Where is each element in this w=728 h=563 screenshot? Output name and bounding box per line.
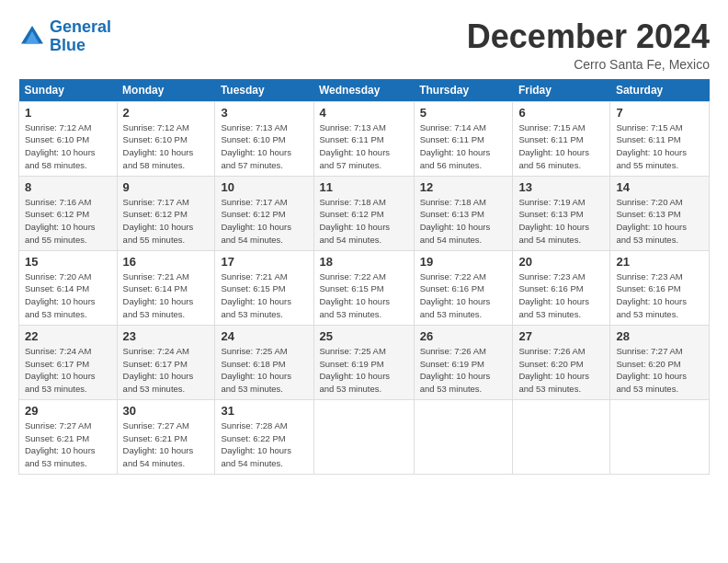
col-sunday: Sunday <box>19 79 118 102</box>
day-info: Sunrise: 7:16 AM Sunset: 6:12 PM Dayligh… <box>25 196 111 247</box>
day-number: 7 <box>616 106 703 120</box>
day-info: Sunrise: 7:18 AM Sunset: 6:13 PM Dayligh… <box>420 196 507 247</box>
calendar-table: Sunday Monday Tuesday Wednesday Thursday… <box>18 79 710 475</box>
calendar-cell: 12Sunrise: 7:18 AM Sunset: 6:13 PM Dayli… <box>414 176 513 250</box>
day-info: Sunrise: 7:26 AM Sunset: 6:20 PM Dayligh… <box>518 345 604 396</box>
header-row: Sunday Monday Tuesday Wednesday Thursday… <box>19 79 710 102</box>
col-wednesday: Wednesday <box>313 79 414 102</box>
page: General Blue December 2024 Cerro Santa F… <box>0 0 728 484</box>
day-info: Sunrise: 7:21 AM Sunset: 6:15 PM Dayligh… <box>221 270 307 321</box>
calendar-cell: 31Sunrise: 7:28 AM Sunset: 6:22 PM Dayli… <box>215 399 313 474</box>
day-number: 6 <box>518 106 604 120</box>
day-number: 22 <box>25 329 111 343</box>
day-number: 26 <box>420 329 507 343</box>
day-number: 21 <box>616 255 703 269</box>
calendar-cell: 20Sunrise: 7:23 AM Sunset: 6:16 PM Dayli… <box>513 250 610 325</box>
calendar-week-5: 29Sunrise: 7:27 AM Sunset: 6:21 PM Dayli… <box>19 399 710 474</box>
calendar-week-3: 15Sunrise: 7:20 AM Sunset: 6:14 PM Dayli… <box>19 250 710 325</box>
calendar-week-4: 22Sunrise: 7:24 AM Sunset: 6:17 PM Dayli… <box>19 325 710 399</box>
day-number: 2 <box>123 106 210 120</box>
day-number: 29 <box>25 404 111 418</box>
day-info: Sunrise: 7:23 AM Sunset: 6:16 PM Dayligh… <box>616 270 703 321</box>
day-number: 3 <box>221 106 307 120</box>
day-number: 20 <box>518 255 604 269</box>
col-tuesday: Tuesday <box>215 79 313 102</box>
calendar-cell: 16Sunrise: 7:21 AM Sunset: 6:14 PM Dayli… <box>117 250 215 325</box>
calendar-cell: 14Sunrise: 7:20 AM Sunset: 6:13 PM Dayli… <box>610 176 710 250</box>
calendar-cell: 27Sunrise: 7:26 AM Sunset: 6:20 PM Dayli… <box>513 325 610 399</box>
col-thursday: Thursday <box>414 79 513 102</box>
day-number: 10 <box>221 180 307 194</box>
calendar-cell: 30Sunrise: 7:27 AM Sunset: 6:21 PM Dayli… <box>117 399 215 474</box>
day-number: 1 <box>25 106 111 120</box>
day-info: Sunrise: 7:15 AM Sunset: 6:11 PM Dayligh… <box>616 121 703 172</box>
day-number: 25 <box>320 329 408 343</box>
day-info: Sunrise: 7:24 AM Sunset: 6:17 PM Dayligh… <box>123 345 210 396</box>
calendar-cell <box>414 399 513 474</box>
day-number: 4 <box>320 106 408 120</box>
day-number: 12 <box>420 180 507 194</box>
day-info: Sunrise: 7:22 AM Sunset: 6:16 PM Dayligh… <box>420 270 507 321</box>
day-number: 28 <box>616 329 703 343</box>
day-number: 9 <box>123 180 210 194</box>
day-number: 11 <box>320 180 408 194</box>
day-info: Sunrise: 7:24 AM Sunset: 6:17 PM Dayligh… <box>25 345 111 396</box>
calendar-cell: 19Sunrise: 7:22 AM Sunset: 6:16 PM Dayli… <box>414 250 513 325</box>
day-info: Sunrise: 7:27 AM Sunset: 6:20 PM Dayligh… <box>616 345 703 396</box>
logo: General Blue <box>18 18 111 55</box>
day-info: Sunrise: 7:26 AM Sunset: 6:19 PM Dayligh… <box>420 345 507 396</box>
day-info: Sunrise: 7:19 AM Sunset: 6:13 PM Dayligh… <box>518 196 604 247</box>
day-info: Sunrise: 7:27 AM Sunset: 6:21 PM Dayligh… <box>123 419 210 470</box>
calendar-week-1: 1Sunrise: 7:12 AM Sunset: 6:10 PM Daylig… <box>19 101 710 176</box>
calendar-cell: 13Sunrise: 7:19 AM Sunset: 6:13 PM Dayli… <box>513 176 610 250</box>
calendar-cell: 28Sunrise: 7:27 AM Sunset: 6:20 PM Dayli… <box>610 325 710 399</box>
calendar-cell: 6Sunrise: 7:15 AM Sunset: 6:11 PM Daylig… <box>513 101 610 176</box>
day-info: Sunrise: 7:15 AM Sunset: 6:11 PM Dayligh… <box>518 121 604 172</box>
day-info: Sunrise: 7:12 AM Sunset: 6:10 PM Dayligh… <box>123 121 210 172</box>
logo-text: General Blue <box>50 18 111 55</box>
day-info: Sunrise: 7:23 AM Sunset: 6:16 PM Dayligh… <box>518 270 604 321</box>
day-info: Sunrise: 7:13 AM Sunset: 6:10 PM Dayligh… <box>221 121 307 172</box>
day-number: 16 <box>123 255 210 269</box>
day-number: 17 <box>221 255 307 269</box>
col-saturday: Saturday <box>610 79 710 102</box>
day-info: Sunrise: 7:25 AM Sunset: 6:19 PM Dayligh… <box>320 345 408 396</box>
logo-icon <box>18 23 46 51</box>
day-info: Sunrise: 7:21 AM Sunset: 6:14 PM Dayligh… <box>123 270 210 321</box>
calendar-cell: 3Sunrise: 7:13 AM Sunset: 6:10 PM Daylig… <box>215 101 313 176</box>
day-number: 13 <box>518 180 604 194</box>
calendar-cell: 22Sunrise: 7:24 AM Sunset: 6:17 PM Dayli… <box>19 325 118 399</box>
calendar-cell <box>313 399 414 474</box>
day-number: 14 <box>616 180 703 194</box>
day-info: Sunrise: 7:12 AM Sunset: 6:10 PM Dayligh… <box>25 121 111 172</box>
day-info: Sunrise: 7:14 AM Sunset: 6:11 PM Dayligh… <box>420 121 507 172</box>
day-info: Sunrise: 7:25 AM Sunset: 6:18 PM Dayligh… <box>221 345 307 396</box>
calendar-cell: 4Sunrise: 7:13 AM Sunset: 6:11 PM Daylig… <box>313 101 414 176</box>
day-number: 27 <box>518 329 604 343</box>
calendar-cell: 9Sunrise: 7:17 AM Sunset: 6:12 PM Daylig… <box>117 176 215 250</box>
day-number: 30 <box>123 404 210 418</box>
day-number: 8 <box>25 180 111 194</box>
day-number: 15 <box>25 255 111 269</box>
day-info: Sunrise: 7:22 AM Sunset: 6:15 PM Dayligh… <box>320 270 408 321</box>
calendar-cell: 29Sunrise: 7:27 AM Sunset: 6:21 PM Dayli… <box>19 399 118 474</box>
day-info: Sunrise: 7:20 AM Sunset: 6:14 PM Dayligh… <box>25 270 111 321</box>
day-number: 23 <box>123 329 210 343</box>
calendar-cell: 25Sunrise: 7:25 AM Sunset: 6:19 PM Dayli… <box>313 325 414 399</box>
calendar-cell: 11Sunrise: 7:18 AM Sunset: 6:12 PM Dayli… <box>313 176 414 250</box>
calendar-cell: 1Sunrise: 7:12 AM Sunset: 6:10 PM Daylig… <box>19 101 118 176</box>
calendar-cell: 5Sunrise: 7:14 AM Sunset: 6:11 PM Daylig… <box>414 101 513 176</box>
day-info: Sunrise: 7:27 AM Sunset: 6:21 PM Dayligh… <box>25 419 111 470</box>
day-number: 5 <box>420 106 507 120</box>
calendar-cell: 24Sunrise: 7:25 AM Sunset: 6:18 PM Dayli… <box>215 325 313 399</box>
day-info: Sunrise: 7:17 AM Sunset: 6:12 PM Dayligh… <box>221 196 307 247</box>
calendar-cell: 17Sunrise: 7:21 AM Sunset: 6:15 PM Dayli… <box>215 250 313 325</box>
day-info: Sunrise: 7:17 AM Sunset: 6:12 PM Dayligh… <box>123 196 210 247</box>
calendar-cell: 18Sunrise: 7:22 AM Sunset: 6:15 PM Dayli… <box>313 250 414 325</box>
month-title: December 2024 <box>467 18 710 55</box>
calendar-cell: 15Sunrise: 7:20 AM Sunset: 6:14 PM Dayli… <box>19 250 118 325</box>
calendar-cell: 8Sunrise: 7:16 AM Sunset: 6:12 PM Daylig… <box>19 176 118 250</box>
location: Cerro Santa Fe, Mexico <box>467 57 710 72</box>
day-number: 24 <box>221 329 307 343</box>
calendar-cell: 26Sunrise: 7:26 AM Sunset: 6:19 PM Dayli… <box>414 325 513 399</box>
